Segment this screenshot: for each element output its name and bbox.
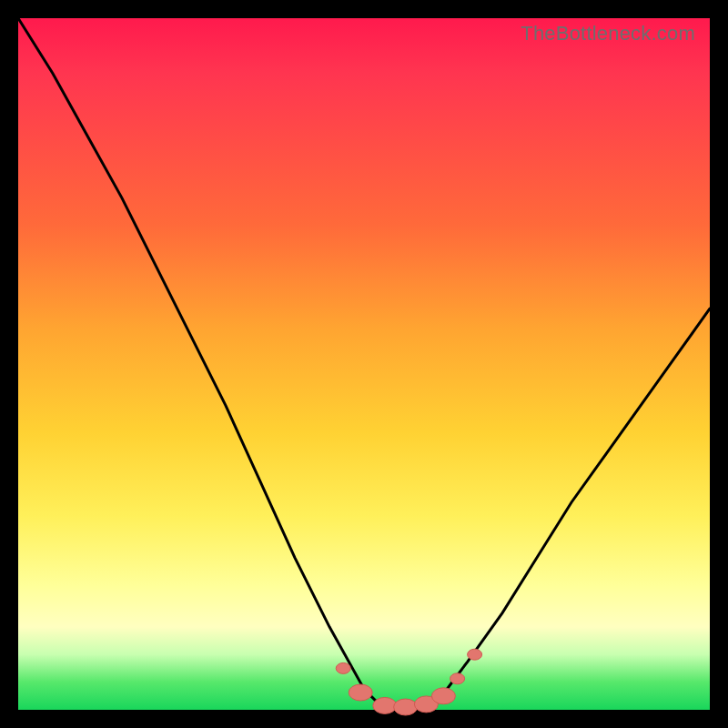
curve-marker <box>468 649 482 660</box>
curve-marker <box>431 688 455 704</box>
curve-marker <box>349 684 372 701</box>
curve-line <box>18 18 710 710</box>
curve-markers <box>336 649 481 715</box>
curve-marker <box>336 662 350 673</box>
bottleneck-curve <box>18 18 710 710</box>
curve-marker <box>450 673 465 684</box>
curve-marker <box>373 697 397 713</box>
chart-frame: TheBottleneck.com <box>18 18 710 710</box>
curve-marker <box>394 699 418 715</box>
watermark-text: TheBottleneck.com <box>521 22 695 46</box>
